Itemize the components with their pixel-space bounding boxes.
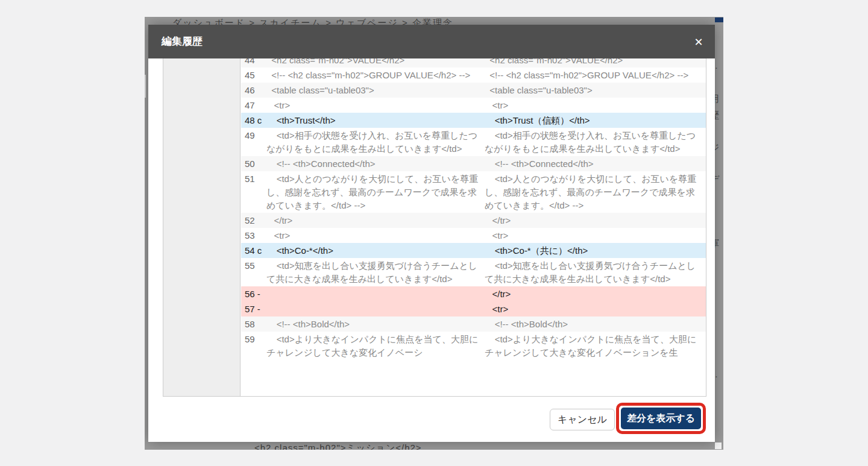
- diff-row: 52 </tr> </tr>: [241, 213, 706, 228]
- line-number: 44: [241, 58, 266, 61]
- new-code-cell: <h2 class="m-h02">VALUE</h2>: [485, 58, 706, 61]
- highlight-ring: 差分を表示する: [616, 403, 706, 434]
- diff-row: 45 <!-- <h2 class="m-h02">GROUP VALUE</h…: [241, 68, 706, 83]
- old-code-cell: </tr>: [266, 214, 485, 227]
- background-edge-fragment: [145, 75, 146, 98]
- line-number: 54 c: [241, 244, 266, 257]
- new-code-cell: <td>知恵を出し合い支援勇気づけ合うチームとして共に大きな成果を生み出していき…: [485, 259, 706, 286]
- line-number: 48 c: [241, 114, 266, 127]
- modal-title: 編集履歴: [162, 25, 203, 58]
- background-button-fragment: [715, 17, 723, 22]
- diff-row: 47 <tr> <tr>: [241, 98, 706, 113]
- diff-row: 49 <td>相手の状態を受け入れ、お互いを尊重したつながりをもとに成果を生み出…: [241, 128, 706, 156]
- line-number: 46: [241, 84, 266, 97]
- old-code-cell: <th>Trust</th>: [266, 114, 485, 127]
- diff-row: 51 <td>人とのつながりを大切にして、お互いを尊重し、感謝を忘れず、最高のチ…: [241, 171, 706, 213]
- line-number: 55: [241, 259, 266, 286]
- diff-row: 56 - </tr>: [241, 286, 706, 301]
- old-code-cell: <td>人とのつながりを大切にして、お互いを尊重し、感謝を忘れず、最高のチームワ…: [266, 172, 485, 212]
- line-number: 56 -: [241, 288, 266, 301]
- old-code-cell: <table class="u-table03">: [266, 84, 485, 97]
- line-number: 45: [241, 69, 266, 82]
- diff-side-panel: [163, 58, 241, 396]
- new-code-cell: <tr>: [485, 303, 706, 316]
- diff-row: 57 - <tr>: [241, 301, 706, 316]
- show-diff-button[interactable]: 差分を表示する: [621, 408, 701, 429]
- new-code-cell: <th>Co-*（共に）</th>: [485, 244, 706, 257]
- old-code-cell: <td>相手の状態を受け入れ、お互いを尊重したつながりをもとに成果を生み出してい…: [266, 129, 485, 156]
- background-code-fragment: <h2 class="m-h02">ミッション</h2>: [254, 442, 422, 450]
- line-number: 58: [241, 318, 266, 331]
- line-number: 57 -: [241, 303, 266, 316]
- diff-row: 59 <td>より大きなインパクトに焦点を当て、大胆にチャレンジして大きな変化イ…: [241, 332, 706, 360]
- diff-row: 50 <!-- <th>Connected</th> <!-- <th>Conn…: [241, 156, 706, 171]
- line-number: 59: [241, 333, 266, 359]
- line-number: 51: [241, 172, 266, 212]
- old-code-cell: <td>より大きなインパクトに焦点を当て、大胆にチャレンジして大きな変化イノベー…: [266, 333, 485, 359]
- edit-history-modal: 編集履歴 ✕ 44 <h2 class="m-h02">VALUE</h2> <…: [148, 25, 715, 442]
- line-number: 47: [241, 99, 266, 112]
- diff-row: 54 c <th>Co-*</th> <th>Co-*（共に）</th>: [241, 243, 706, 258]
- new-code-cell: <table class="u-table03">: [485, 84, 706, 97]
- diff-row: 48 c <th>Trust</th> <th>Trust（信頼）</th>: [241, 113, 706, 128]
- new-code-cell: <th>Trust（信頼）</th>: [485, 114, 706, 127]
- diff-row: 55 <td>知恵を出し合い支援勇気づけ合うチームとして共に大きな成果を生み出し…: [241, 258, 706, 286]
- old-code-cell: <th>Co-*</th>: [266, 244, 485, 257]
- old-code-cell: <!-- <th>Bold</th>: [266, 318, 485, 331]
- cancel-button[interactable]: キャンセル: [550, 409, 615, 430]
- new-code-cell: <!-- <h2 class="m-h02">GROUP VALUE</h2> …: [485, 69, 706, 82]
- modal-header: 編集履歴 ✕: [148, 25, 715, 58]
- old-code-cell: <!-- <h2 class="m-h02">GROUP VALUE</h2> …: [266, 69, 485, 82]
- new-code-cell: <!-- <th>Bold</th>: [485, 318, 706, 331]
- modal-footer: キャンセル 差分を表示する: [148, 397, 715, 442]
- line-number: 52: [241, 214, 266, 227]
- old-code-cell: <!-- <th>Connected</th>: [266, 157, 485, 171]
- new-code-cell: <tr>: [485, 99, 706, 112]
- new-code-cell: <td>より大きなインパクトに焦点を当て、大胆にチャレンジして大きな変化イノベー…: [485, 333, 706, 359]
- diff-row: 53 <tr> <tr>: [241, 228, 706, 243]
- new-code-cell: <td>人とのつながりを大切にして、お互いを尊重し、感謝を忘れず、最高のチームワ…: [485, 172, 706, 212]
- new-code-cell: <!-- <th>Connected</th>: [485, 157, 706, 171]
- background-box-fragment: [715, 442, 722, 449]
- new-code-cell: <td>相手の状態を受け入れ、お互いを尊重したつながりをもとに成果を生み出してい…: [485, 129, 706, 156]
- old-code-cell: <h2 class="m-h02">VALUE</h2>: [266, 58, 485, 61]
- diff-row: 46 <table class="u-table03"> <table clas…: [241, 83, 706, 98]
- close-icon[interactable]: ✕: [692, 36, 705, 49]
- new-code-cell: </tr>: [485, 214, 706, 227]
- diff-row: 58 <!-- <th>Bold</th> <!-- <th>Bold</th>: [241, 316, 706, 332]
- old-code-cell: [266, 288, 485, 301]
- old-code-cell: <td>知恵を出し合い支援勇気づけ合うチームとして共に大きな成果を生み出していき…: [266, 259, 485, 286]
- old-code-cell: [266, 303, 485, 316]
- line-number: 53: [241, 229, 266, 242]
- old-code-cell: <tr>: [266, 229, 485, 242]
- diff-rows: 44 <h2 class="m-h02">VALUE</h2> <h2 clas…: [241, 58, 706, 360]
- diff-row: 44 <h2 class="m-h02">VALUE</h2> <h2 clas…: [241, 58, 706, 68]
- new-code-cell: </tr>: [485, 288, 706, 301]
- old-code-cell: <tr>: [266, 99, 485, 112]
- diff-scroll-area[interactable]: 44 <h2 class="m-h02">VALUE</h2> <h2 clas…: [163, 58, 706, 397]
- line-number: 50: [241, 157, 266, 171]
- new-code-cell: <tr>: [485, 229, 706, 242]
- dimmed-background: ダッシュボード > スカイチーム > ウェブページ > 企業理念 <h2 cla…: [145, 17, 723, 450]
- line-number: 49: [241, 129, 266, 156]
